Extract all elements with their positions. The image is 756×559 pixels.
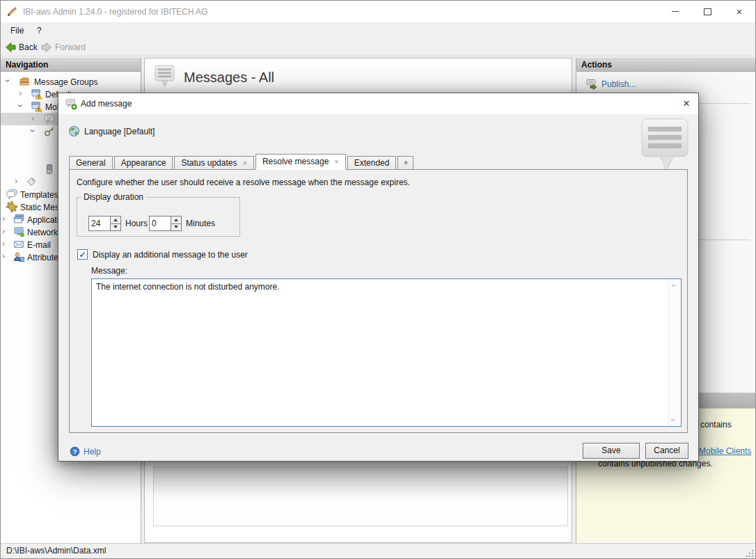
sidebar-item-label: E-mail xyxy=(27,239,51,251)
chevron-right-icon[interactable]: › xyxy=(31,113,34,124)
tab-label: Extended xyxy=(354,157,390,170)
minimize-icon xyxy=(672,11,679,12)
publish-label: Publish... xyxy=(601,79,636,89)
cancel-button[interactable]: Cancel xyxy=(645,443,688,459)
status-bar: D:\IBI-aws\Admin\Data.xml xyxy=(1,543,755,559)
tab-close-icon[interactable]: × xyxy=(242,159,246,167)
sidebar-item-message-groups[interactable]: ›Message Groups xyxy=(1,75,141,88)
note-fragment: contains xyxy=(700,420,732,430)
group-warning-icon xyxy=(31,101,42,112)
tab-extended[interactable]: Extended xyxy=(347,156,397,170)
mobile-clients-link[interactable]: Mobile Clients xyxy=(699,446,751,456)
language-label: Language [Default] xyxy=(84,127,155,136)
static-messages-icon xyxy=(6,201,17,212)
minutes-input[interactable]: 0 xyxy=(149,216,171,231)
resolve-message-tab-panel: Configure whether the user should receiv… xyxy=(69,169,688,433)
app-window: IBI-aws Admin 1.24.0 - registered for IB… xyxy=(0,0,756,559)
chevron-down-icon[interactable]: › xyxy=(2,79,13,82)
help-icon: ? xyxy=(70,446,80,457)
tab-resolve-message[interactable]: Resolve message× xyxy=(255,154,346,170)
forward-label: Forward xyxy=(55,42,86,52)
tab-label: General xyxy=(76,157,106,170)
sidebar-item-label: Message Groups xyxy=(34,76,97,88)
additional-message-label: Display an additional message to the use… xyxy=(93,250,248,260)
tab-description: Configure whether the user should receiv… xyxy=(77,178,410,187)
language-row: Language [Default] xyxy=(68,125,155,137)
additional-message-checkbox-row: ✓ Display an additional message to the u… xyxy=(77,249,248,260)
minutes-down-button[interactable] xyxy=(171,224,182,232)
hours-label: Hours xyxy=(125,219,148,228)
networks-icon xyxy=(13,226,24,237)
tab-close-icon[interactable]: × xyxy=(334,158,338,166)
svg-text:?: ? xyxy=(73,448,77,455)
resize-grip[interactable] xyxy=(745,549,753,557)
dialog-titlebar: Add message × xyxy=(58,93,698,114)
navigation-header: Navigation xyxy=(1,58,141,72)
window-titlebar: IBI-aws Admin 1.24.0 - registered for IB… xyxy=(1,1,755,22)
forward-icon xyxy=(41,42,52,53)
minutes-up-button[interactable] xyxy=(171,216,182,224)
help-link[interactable]: ? Help xyxy=(70,446,101,457)
tag-icon xyxy=(26,176,37,187)
message-watermark-icon xyxy=(640,117,690,174)
window-title: IBI-aws Admin 1.24.0 - registered for IB… xyxy=(23,7,207,17)
chevron-right-icon[interactable]: › xyxy=(2,226,5,237)
dialog-close-icon[interactable]: × xyxy=(683,97,690,111)
minimize-button[interactable] xyxy=(659,1,691,22)
maximize-icon xyxy=(704,8,711,15)
key-icon xyxy=(44,126,55,137)
add-tab-button[interactable]: + xyxy=(397,156,414,170)
templates-icon xyxy=(6,189,17,200)
actions-header: Actions xyxy=(576,58,756,72)
scroll-down-icon[interactable]: › xyxy=(668,418,678,421)
dialog-title: Add message xyxy=(81,99,132,109)
chevron-down-icon[interactable]: › xyxy=(15,104,26,107)
textarea-scrollbar[interactable]: › › xyxy=(668,279,681,426)
globe-icon xyxy=(68,125,80,137)
display-duration-group: Display duration 24 Hours 0 Minutes xyxy=(77,192,240,237)
chevron-right-icon[interactable]: › xyxy=(2,251,5,262)
chevron-right-icon[interactable]: › xyxy=(19,88,22,99)
close-icon: × xyxy=(737,6,743,17)
chevron-right-icon[interactable]: › xyxy=(15,175,17,187)
add-message-icon xyxy=(65,98,77,110)
hours-up-button[interactable] xyxy=(111,216,121,224)
close-button[interactable]: × xyxy=(723,1,755,22)
chevron-down-icon[interactable]: › xyxy=(27,129,38,132)
email-icon xyxy=(13,239,24,250)
chevron-right-icon[interactable]: › xyxy=(2,213,5,224)
help-label: Help xyxy=(84,447,101,457)
tab-appearance[interactable]: Appearance xyxy=(114,156,173,170)
attributes-icon xyxy=(13,251,24,262)
back-icon xyxy=(5,42,16,53)
additional-message-checkbox[interactable]: ✓ xyxy=(77,249,88,260)
messages-icon xyxy=(44,113,55,125)
forward-button[interactable]: Forward xyxy=(41,40,86,54)
display-duration-legend: Display duration xyxy=(81,192,145,202)
hours-down-button[interactable] xyxy=(111,224,121,232)
applications-icon xyxy=(13,214,24,225)
messages-header-icon xyxy=(154,64,176,88)
message-label: Message: xyxy=(91,266,127,276)
tab-general[interactable]: General xyxy=(69,156,113,170)
group-warning-icon xyxy=(31,88,42,100)
message-textarea[interactable]: The internet connection is not disturbed… xyxy=(91,278,682,427)
chevron-right-icon[interactable]: › xyxy=(2,238,5,249)
tab-status-updates[interactable]: Status updates× xyxy=(174,156,254,170)
publish-icon xyxy=(586,79,597,90)
scroll-up-icon[interactable]: › xyxy=(668,284,678,287)
publish-link[interactable]: Publish... xyxy=(586,79,636,90)
tab-label: Status updates xyxy=(181,157,237,170)
minutes-label: Minutes xyxy=(186,219,215,228)
menu-file[interactable]: File xyxy=(7,24,27,37)
message-list-area xyxy=(153,466,568,526)
status-path: D:\IBI-aws\Admin\Data.xml xyxy=(6,546,106,556)
tab-label: Resolve message xyxy=(262,155,329,168)
menu-help[interactable]: ? xyxy=(33,24,45,37)
save-button[interactable]: Save xyxy=(583,443,640,459)
back-button[interactable]: Back xyxy=(5,40,38,54)
sidebar-item-label: Templates xyxy=(20,189,58,201)
hours-stepper xyxy=(111,216,121,231)
maximize-button[interactable] xyxy=(691,1,723,22)
hours-input[interactable]: 24 xyxy=(88,216,111,231)
